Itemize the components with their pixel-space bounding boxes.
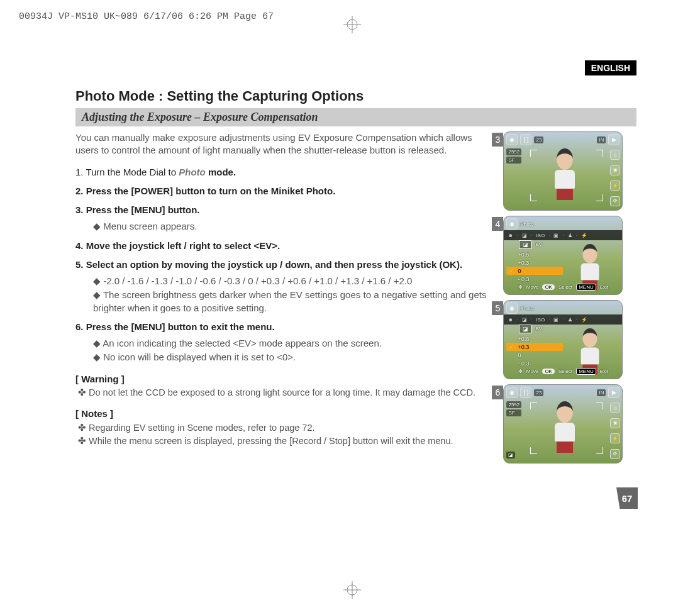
hint-exit: Exit — [600, 369, 608, 374]
shot6-sf: SF — [506, 409, 521, 416]
screenshots-column: 3 ◉ [ ] 23 IN ▶ 2592 SF ☼ — [503, 131, 629, 469]
subject-child — [548, 401, 582, 452]
af-corner — [596, 403, 603, 409]
step-2: 2. Press the [POWER] button to turn on t… — [75, 185, 496, 197]
af-corner — [596, 194, 603, 201]
main-column: You can manually make exposure adjustmen… — [75, 131, 496, 469]
step-5: 5. Select an option by moving the joysti… — [75, 258, 496, 271]
af-corner — [530, 194, 537, 201]
shot4-menubar: ☻· ◪· ISO· ▣· ♟· ⚡ — [504, 230, 622, 240]
ev-tab-label: EV — [535, 242, 542, 247]
af-corner — [596, 447, 603, 454]
ev-option: 0 — [506, 351, 563, 359]
screenshot-6-wrap: 6 ◉ [ ] 23 IN ▶ 2592 SF ◪ — [503, 384, 629, 464]
flash-icon: ⚡ — [581, 317, 587, 323]
screenshot-6: ◉ [ ] 23 IN ▶ 2592 SF ◪ ☼ — [503, 384, 623, 464]
camera-icon: ◉ — [506, 134, 518, 145]
macro-icon: ❀ — [610, 418, 620, 428]
ev-option-selected: 0 — [506, 267, 563, 275]
ok-pill: OK — [542, 369, 555, 374]
timer-icon: ⟳ — [610, 449, 620, 459]
screenshot-5-wrap: 5 ◉ Photo ☻· ◪· ISO· ▣· ♟· ⚡ ◪ — [503, 300, 629, 379]
flash-icon: ⚡ — [581, 233, 587, 238]
wb-icon: ☼ — [610, 403, 620, 413]
shot6-storage: IN — [597, 389, 606, 396]
screenshot-3-wrap: 3 ◉ [ ] 23 IN ▶ 2592 SF ☼ — [503, 131, 629, 211]
intro-text: You can manually make exposure adjustmen… — [75, 131, 496, 157]
shot3-storage: IN — [597, 136, 606, 143]
timer-icon: ⟳ — [610, 196, 620, 206]
ev-icon: ◪ — [522, 317, 527, 323]
note-2: While the menu screen is displayed, pres… — [78, 435, 496, 448]
hint-move: Move — [526, 369, 539, 374]
step-3-bullet-1: Menu screen appears. — [93, 220, 496, 233]
person-icon: ♟ — [568, 317, 572, 323]
step-6: 6. Press the [MENU] button to exit the m… — [75, 321, 496, 333]
step-1: 1. Turn the Mode Dial to Photo mode. — [75, 166, 496, 179]
warning-list: Do not let the CCD be exposed to a stron… — [78, 387, 496, 399]
meter-icon: ▣ — [553, 317, 558, 323]
step-1-mode: Photo — [179, 167, 206, 177]
crop-mark-top — [343, 16, 356, 28]
person-icon: ♟ — [568, 233, 572, 238]
hint-select: Select — [558, 284, 572, 290]
step-1-pre: 1. Turn the Mode Dial to — [75, 167, 179, 177]
iso-label: ISO — [536, 317, 545, 323]
ev-tab-icon: ◪ — [519, 325, 531, 333]
screenshot-4-number: 4 — [492, 217, 503, 231]
hint-exit: Exit — [600, 284, 608, 290]
screenshot-5: ◉ Photo ☻· ◪· ISO· ▣· ♟· ⚡ ◪ EV +0.6 — [503, 300, 623, 379]
page-title: Photo Mode : Setting the Capturing Optio… — [75, 88, 629, 104]
step-1-post: mode. — [206, 167, 236, 177]
focus-icon: [ ] — [520, 134, 531, 145]
step-5-bullet-2: The screen brightness gets darker when t… — [93, 289, 496, 314]
af-corner — [530, 403, 537, 409]
screenshot-3-number: 3 — [492, 133, 503, 147]
warning-1: Do not let the CCD be exposed to a stron… — [78, 387, 496, 399]
ev-option: +0.6 — [506, 250, 563, 258]
note-1: Regarding EV setting in Scene modes, ref… — [78, 422, 496, 435]
camera-icon: ◉ — [506, 218, 518, 230]
ok-pill: OK — [542, 284, 555, 290]
screenshot-5-number: 5 — [492, 301, 503, 315]
play-icon: ▶ — [608, 387, 619, 398]
menu-pill: MENU — [576, 368, 596, 375]
ev-tab-label: EV — [535, 326, 542, 331]
notes-heading: [ Notes ] — [75, 408, 496, 420]
step-5-bullet-1: -2.0 / -1.6 / -1.3 / -1.0 / -0.6 / -0.3 … — [93, 275, 496, 287]
step-3: 3. Press the [MENU] button. — [75, 204, 496, 216]
joystick-icon: ✥ — [518, 369, 523, 374]
page-content: ENGLISH Photo Mode : Setting the Capturi… — [75, 63, 629, 469]
flash-icon: ⚡ — [610, 181, 620, 191]
ev-option-selected: +0.3 — [506, 343, 563, 351]
ev-tab-icon: ◪ — [519, 240, 531, 249]
camera-icon: ◉ — [506, 303, 518, 314]
shot5-ev-list: +0.6 +0.3 0 - 0.3 — [506, 335, 563, 367]
step-6-bullet-2: No icon will be displayed when it is set… — [93, 351, 496, 364]
ev-icon: ◪ — [522, 233, 527, 238]
wb-icon: ☼ — [610, 150, 620, 160]
af-corner — [596, 150, 603, 157]
shot6-count: 23 — [534, 389, 543, 396]
shot3-count: 23 — [534, 136, 543, 143]
shot3-sf: SF — [506, 157, 521, 164]
scene-icon: ☻ — [508, 317, 513, 323]
meter-icon: ▣ — [553, 233, 558, 238]
print-header: 00934J VP-MS10 UK~089 6/17/06 6:26 PM Pa… — [19, 11, 274, 22]
scene-icon: ☻ — [508, 233, 513, 238]
camera-icon: ◉ — [506, 387, 518, 398]
crop-mark-bottom — [343, 581, 356, 594]
ev-option: +0.3 — [506, 258, 563, 267]
page-number: 67 — [616, 487, 638, 509]
flash-icon: ⚡ — [610, 433, 620, 443]
shot4-mode: Photo — [520, 221, 533, 227]
section-subheading: Adjusting the Exposure – Exposure Compen… — [75, 108, 636, 126]
notes-list: Regarding EV setting in Scene modes, ref… — [78, 422, 496, 448]
hint-move: Move — [526, 284, 539, 290]
step-6-bullet-1: An icon indicating the selected <EV> mod… — [93, 337, 496, 350]
step-6-bullets: An icon indicating the selected <EV> mod… — [93, 337, 496, 364]
shot5-mode: Photo — [520, 306, 533, 311]
step-4: 4. Move the joystick left / right to sel… — [75, 240, 496, 252]
screenshot-4-wrap: 4 ◉ Photo ☻· ◪· ISO· ▣· ♟· ⚡ ◪ — [503, 216, 629, 295]
macro-icon: ❀ — [610, 165, 620, 175]
